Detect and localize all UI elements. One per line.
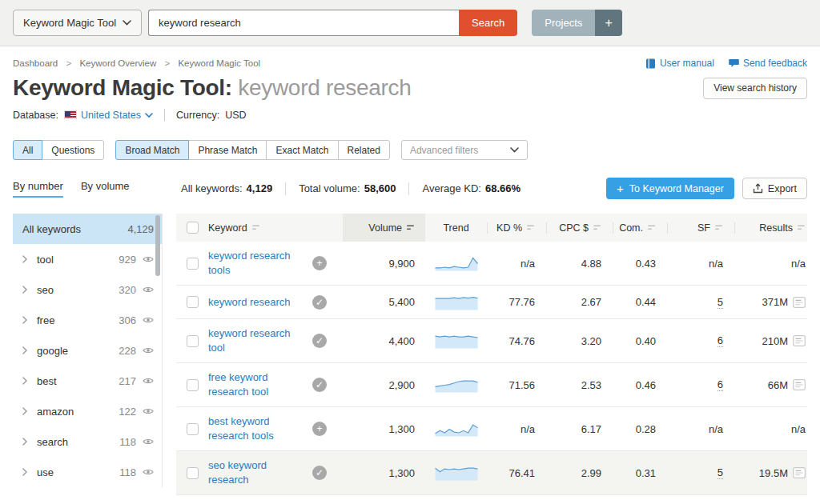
sidebar-item-amazon[interactable]: amazon 122 (13, 396, 162, 426)
eye-icon[interactable] (143, 377, 154, 385)
eye-icon[interactable] (143, 255, 154, 263)
breadcrumb-current-page: Keyword Magic Tool (178, 58, 260, 68)
tab-questions[interactable]: Questions (42, 140, 104, 160)
chevron-right-icon[interactable] (22, 316, 27, 324)
user-manual-link[interactable]: User manual (645, 58, 714, 69)
row-checkbox[interactable] (187, 467, 199, 479)
sidebar-item-seo[interactable]: seo 320 (13, 274, 162, 305)
keyword-search-input[interactable] (148, 10, 459, 36)
keyword-added-check-icon[interactable]: ✓ (312, 334, 327, 348)
trend-sparkline (434, 464, 479, 482)
sf-value[interactable]: n/a (709, 423, 723, 435)
cpc-value: 4.88 (546, 258, 613, 270)
volume-value: 4,400 (343, 335, 425, 347)
send-feedback-link[interactable]: Send feedback (729, 58, 807, 69)
eye-icon[interactable] (143, 438, 154, 446)
column-header-cpc[interactable]: CPC $ (559, 222, 601, 234)
sort-by-volume-tab[interactable]: By volume (81, 180, 130, 198)
keyword-link[interactable]: keyword research tools (208, 249, 306, 278)
column-header-volume[interactable]: Volume (368, 214, 415, 242)
serp-preview-icon[interactable] (793, 467, 806, 478)
column-header-results[interactable]: Results (759, 222, 806, 234)
keyword-link[interactable]: free keyword research tool (208, 370, 306, 399)
row-checkbox[interactable] (187, 423, 199, 435)
us-flag-icon (64, 110, 77, 119)
sf-value[interactable]: 6 (718, 334, 723, 347)
keyword-added-check-icon[interactable]: ✓ (312, 466, 327, 480)
add-to-keyword-manager-icon[interactable]: + (312, 256, 327, 270)
eye-icon[interactable] (143, 407, 154, 415)
tab-related[interactable]: Related (338, 140, 390, 160)
sf-value[interactable]: 5 (718, 466, 723, 479)
add-project-button[interactable]: + (595, 10, 622, 36)
select-all-checkbox[interactable] (187, 222, 199, 234)
chevron-right-icon[interactable] (22, 468, 27, 476)
chevron-right-icon[interactable] (22, 377, 27, 385)
column-header-keyword[interactable]: Keyword (208, 222, 306, 234)
chevron-right-icon[interactable] (22, 438, 27, 446)
breadcrumb-dashboard[interactable]: Dashboard (13, 58, 58, 68)
tab-exact-match[interactable]: Exact Match (266, 140, 338, 160)
row-checkbox[interactable] (187, 335, 199, 347)
sidebar-item-free[interactable]: free 306 (13, 305, 162, 335)
table-row: keyword research tools + 9,900 n/a 4.88 … (176, 242, 807, 286)
export-button[interactable]: Export (742, 178, 807, 199)
to-keyword-manager-button[interactable]: + To Keyword Manager (606, 178, 734, 199)
cpc-value: 6.17 (546, 423, 613, 435)
serp-preview-icon[interactable] (793, 379, 806, 390)
row-checkbox[interactable] (187, 258, 199, 270)
sidebar-item-google[interactable]: google 228 (13, 335, 162, 366)
sidebar-scrollbar[interactable] (155, 215, 160, 276)
search-button[interactable]: Search (459, 10, 517, 36)
sort-by-number-tab[interactable]: By number (13, 180, 63, 198)
column-header-com[interactable]: Com. (619, 222, 656, 234)
keyword-link[interactable]: keyword research (208, 295, 291, 310)
sidebar-item-tool[interactable]: tool 929 (13, 244, 162, 274)
serp-preview-icon[interactable] (793, 297, 806, 308)
tool-selector-dropdown[interactable]: Keyword Magic Tool (13, 10, 142, 36)
add-to-keyword-manager-icon[interactable]: + (312, 422, 327, 436)
match-scope-tabs: All Questions (13, 140, 104, 160)
view-search-history-button[interactable]: View search history (703, 78, 807, 99)
sf-value[interactable]: n/a (709, 258, 723, 270)
breadcrumb-keyword-overview[interactable]: Keyword Overview (79, 58, 156, 68)
eye-icon[interactable] (143, 286, 154, 294)
sidebar-item-best[interactable]: best 217 (13, 366, 162, 396)
breadcrumb-separator: > (66, 58, 71, 68)
projects-button[interactable]: Projects (532, 10, 595, 36)
column-header-trend[interactable]: Trend (443, 222, 468, 234)
keyword-link[interactable]: keyword research tool (208, 326, 306, 355)
sidebar-item-use[interactable]: use 118 (13, 457, 162, 487)
column-header-sf[interactable]: SF (697, 222, 723, 234)
chevron-right-icon[interactable] (22, 255, 27, 263)
sidebar-item-search[interactable]: search 118 (13, 426, 162, 457)
row-checkbox[interactable] (187, 379, 199, 391)
group-label: best (37, 375, 57, 387)
keyword-added-check-icon[interactable]: ✓ (312, 295, 327, 310)
sidebar-group-list: tool 929 seo 320 free 306 google 228 bes… (13, 244, 162, 487)
sidebar-item-all-keywords[interactable]: All keywords 4,129 (13, 214, 162, 244)
eye-icon[interactable] (143, 316, 154, 324)
summary-stats: All keywords:4,129 Total volume:58,600 A… (181, 182, 521, 195)
sf-value[interactable]: 6 (718, 378, 723, 391)
eye-icon[interactable] (143, 468, 154, 476)
chevron-right-icon[interactable] (22, 286, 27, 294)
keyword-added-check-icon[interactable]: ✓ (312, 378, 327, 392)
row-checkbox[interactable] (187, 296, 199, 308)
keyword-link[interactable]: best keyword research tools (208, 414, 306, 443)
volume-value: 1,300 (343, 423, 425, 435)
advanced-filters-dropdown[interactable]: Advanced filters (401, 140, 528, 160)
keyword-link[interactable]: seo keyword research (208, 458, 306, 487)
eye-icon[interactable] (143, 346, 154, 354)
chevron-right-icon[interactable] (22, 407, 27, 415)
group-count: 118 (119, 436, 136, 448)
kd-value: n/a (487, 423, 546, 435)
tab-broad-match[interactable]: Broad Match (115, 140, 189, 160)
chevron-right-icon[interactable] (22, 346, 27, 354)
tab-all[interactable]: All (13, 140, 42, 160)
column-header-kd[interactable]: KD % (496, 222, 535, 234)
serp-preview-icon[interactable] (793, 335, 806, 346)
sf-value[interactable]: 5 (718, 296, 723, 309)
tab-phrase-match[interactable]: Phrase Match (188, 140, 267, 160)
database-selector[interactable]: United States (81, 110, 153, 121)
